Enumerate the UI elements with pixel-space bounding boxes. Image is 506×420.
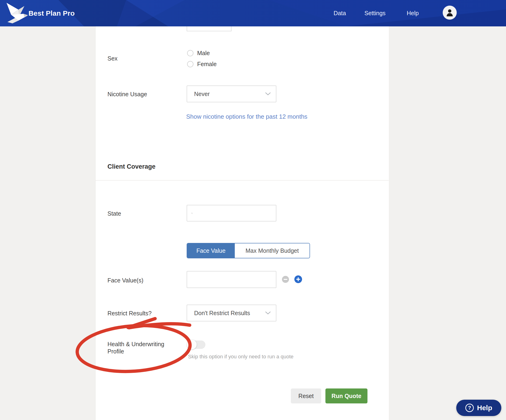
top-navbar: Best Plan Pro Data Settings Help bbox=[0, 0, 506, 27]
search-icon bbox=[191, 210, 193, 216]
add-face-value-button[interactable] bbox=[294, 275, 302, 283]
user-avatar-button[interactable] bbox=[443, 6, 457, 20]
nicotine-usage-select[interactable]: Never bbox=[187, 86, 276, 102]
help-button-label: Help bbox=[477, 404, 492, 412]
state-label: State bbox=[107, 210, 121, 217]
nav-item-settings[interactable]: Settings bbox=[364, 0, 386, 27]
floating-help-button[interactable]: ? Help bbox=[456, 400, 501, 416]
state-search-field[interactable] bbox=[187, 205, 276, 221]
nav-item-help[interactable]: Help bbox=[407, 0, 419, 27]
state-search-input[interactable] bbox=[195, 210, 272, 217]
restrict-results-select[interactable]: Don't Restrict Results bbox=[187, 305, 276, 321]
radio-male-icon[interactable] bbox=[187, 50, 193, 56]
toggle-knob[interactable] bbox=[187, 340, 197, 349]
nicotine-usage-value: Never bbox=[194, 91, 210, 97]
coverage-mode-tabs: Face Value Max Monthly Budget bbox=[187, 243, 310, 258]
origami-bird-logo bbox=[6, 2, 28, 25]
reset-button[interactable]: Reset bbox=[291, 388, 321, 403]
face-values-label: Face Value(s) bbox=[107, 277, 143, 284]
brand-title: Best Plan Pro bbox=[28, 0, 75, 27]
restrict-results-value: Don't Restrict Results bbox=[194, 310, 250, 317]
skip-option-hint: Skip this option if you only need to run… bbox=[188, 354, 293, 360]
section-divider bbox=[96, 180, 389, 180]
navbar-pattern bbox=[0, 0, 506, 27]
radio-female-label: Female bbox=[197, 61, 217, 67]
radio-female-icon[interactable] bbox=[187, 61, 193, 67]
nicotine-options-link[interactable]: Show nicotine options for the past 12 mo… bbox=[186, 113, 307, 120]
radio-male-label: Male bbox=[197, 50, 210, 57]
nav-item-data[interactable]: Data bbox=[333, 0, 346, 27]
run-quote-button[interactable]: Run Quote bbox=[326, 388, 367, 403]
tab-face-value[interactable]: Face Value bbox=[187, 243, 235, 258]
user-icon bbox=[446, 8, 454, 17]
minus-icon bbox=[284, 279, 287, 280]
chevron-down-icon bbox=[265, 92, 271, 95]
plus-icon bbox=[296, 277, 300, 281]
sex-option-male[interactable]: Male bbox=[187, 50, 210, 57]
sex-option-female[interactable]: Female bbox=[187, 61, 217, 67]
remove-face-value-button[interactable] bbox=[282, 276, 289, 283]
sex-label: Sex bbox=[107, 55, 118, 62]
health-underwriting-label: Health & Underwriting Profile bbox=[107, 340, 173, 355]
question-mark-icon: ? bbox=[465, 404, 474, 412]
partial-input-top[interactable] bbox=[187, 27, 232, 31]
restrict-results-label: Restrict Results? bbox=[107, 310, 152, 317]
tab-max-monthly-budget[interactable]: Max Monthly Budget bbox=[235, 243, 310, 258]
nicotine-usage-label: Nicotine Usage bbox=[107, 91, 147, 98]
chevron-down-icon bbox=[265, 311, 271, 315]
client-coverage-heading: Client Coverage bbox=[107, 163, 156, 170]
face-value-input[interactable] bbox=[187, 271, 276, 288]
